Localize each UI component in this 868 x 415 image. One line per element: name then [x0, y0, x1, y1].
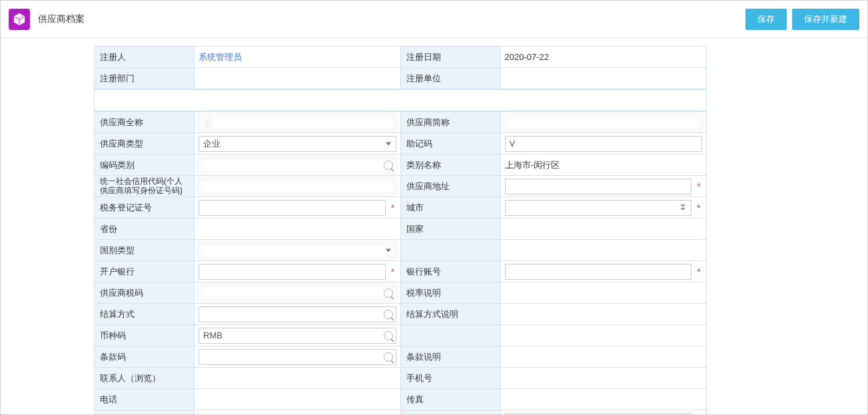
- table-row: 开户银行 * 银行账号 *: [95, 261, 707, 282]
- reg-unit-label: 注册单位: [400, 68, 500, 89]
- short-name-label: 供应商简称: [400, 112, 500, 133]
- form-area: 注册人 系统管理员 注册日期 2020-07-22 注册部门 注册单位 供应商全…: [94, 46, 707, 414]
- contact-label: 联系人（浏览）: [95, 368, 195, 389]
- table-row: 电话 传真: [95, 389, 707, 410]
- legal-rep-input[interactable]: [505, 413, 692, 415]
- address-input[interactable]: [505, 179, 692, 195]
- search-icon[interactable]: [384, 331, 393, 340]
- table-row: 注册部门 注册单位: [95, 68, 707, 89]
- table-row: 联系人（浏览） 手机号: [95, 368, 707, 389]
- reg-date-value: 2020-07-22: [505, 52, 550, 62]
- settle-method-label: 结算方式: [95, 304, 195, 325]
- reg-dept-label: 注册部门: [95, 68, 195, 89]
- mnemonic-label: 助记码: [400, 133, 500, 155]
- table-row: 供应商全称 供应商简称: [95, 112, 707, 133]
- fax-label: 传真: [400, 389, 500, 410]
- term-code-label: 条款码: [95, 346, 195, 368]
- reg-person-label: 注册人: [95, 47, 195, 68]
- page-header: 供应商档案 保存 保存并新建: [1, 1, 867, 38]
- country-type-label: 国别类型: [95, 240, 195, 261]
- city-input[interactable]: [505, 200, 692, 216]
- required-mark: *: [695, 203, 702, 213]
- country-type-select[interactable]: [199, 242, 396, 258]
- page-title: 供应商档案: [38, 13, 85, 25]
- spacer-table: [94, 89, 707, 111]
- mobile-label: 手机号: [400, 368, 500, 389]
- package-icon: [9, 9, 30, 30]
- category-name-value: 上海市-闵行区: [505, 160, 560, 170]
- address-label: 供应商地址: [400, 176, 500, 197]
- search-icon[interactable]: [384, 161, 393, 170]
- required-mark: *: [390, 266, 396, 277]
- chevron-down-icon[interactable]: [678, 203, 687, 212]
- term-code-input[interactable]: [199, 349, 396, 365]
- search-icon[interactable]: [384, 352, 393, 362]
- city-label: 城市: [400, 197, 500, 218]
- bank-account-label: 银行账号: [400, 261, 500, 282]
- table-row: 供应商类型 助记码: [95, 133, 707, 155]
- table-row: 注册人 系统管理员 注册日期 2020-07-22: [95, 47, 707, 68]
- tax-code-input[interactable]: [199, 285, 396, 301]
- full-name-input[interactable]: [199, 115, 396, 131]
- table-row: 编码类别 类别名称 上海市-闵行区: [95, 155, 707, 176]
- blank-label: [400, 240, 500, 261]
- content-area: 注册人 系统管理员 注册日期 2020-07-22 注册部门 注册单位 供应商全…: [1, 38, 867, 414]
- credit-code-input[interactable]: [199, 179, 396, 195]
- table-row: 国别类型: [95, 240, 707, 261]
- search-icon[interactable]: [384, 310, 393, 319]
- table-row: 结算方式 结算方式说明: [95, 304, 707, 325]
- legal-rep-label: 法定代表人: [400, 410, 500, 415]
- full-name-label: 供应商全称: [95, 112, 195, 133]
- required-mark: *: [695, 181, 702, 192]
- header-actions: 保存 保存并新建: [745, 9, 859, 30]
- currency-input[interactable]: [199, 328, 396, 344]
- search-icon[interactable]: [384, 288, 393, 298]
- phone-label: 电话: [95, 389, 195, 410]
- currency-right-label: [400, 325, 500, 346]
- country-label: 国家: [400, 218, 500, 240]
- term-desc-label: 条款说明: [400, 346, 500, 368]
- code-category-input[interactable]: [199, 157, 396, 173]
- currency-label: 币种码: [95, 325, 195, 346]
- province-label: 省份: [95, 218, 195, 240]
- credit-code-label: 统一社会信用代码(个人供应商填写身份证号码): [95, 176, 195, 197]
- table-row: 条款码 条款说明: [95, 346, 707, 368]
- table-row: 币种码: [95, 325, 707, 346]
- supplier-type-label: 供应商类型: [95, 133, 195, 155]
- tax-cert-label: 税务登记证号: [95, 197, 195, 218]
- required-mark: *: [695, 266, 702, 277]
- settle-method-input[interactable]: [199, 306, 396, 322]
- info-table: 注册人 系统管理员 注册日期 2020-07-22 注册部门 注册单位: [94, 46, 707, 89]
- supplier-type-select[interactable]: [199, 136, 396, 152]
- short-name-input[interactable]: [505, 115, 703, 131]
- tax-cert-input[interactable]: [199, 200, 386, 216]
- tax-code-label: 供应商税码: [95, 282, 195, 304]
- table-row: 统一社会信用代码(个人供应商填写身份证号码) 供应商地址 *: [95, 176, 707, 197]
- mnemonic-input[interactable]: [505, 136, 703, 152]
- bank-account-input[interactable]: [505, 264, 692, 280]
- bank-label: 开户银行: [95, 261, 195, 282]
- table-row: 税务登记证号 * 城市 *: [95, 197, 707, 218]
- bank-input[interactable]: [199, 264, 386, 280]
- header-left: 供应商档案: [9, 9, 85, 30]
- email-label: 电子邮件: [95, 410, 195, 415]
- save-button[interactable]: 保存: [745, 9, 787, 30]
- table-row: 供应商税码 税率说明: [95, 282, 707, 304]
- reg-date-label: 注册日期: [400, 47, 500, 68]
- required-mark: *: [390, 203, 396, 213]
- save-and-new-button[interactable]: 保存并新建: [792, 9, 859, 30]
- main-form-table: 供应商全称 供应商简称 供应商类型 助记码 编码类别 类别名称 上海市-闵行区 …: [94, 111, 707, 414]
- settle-desc-label: 结算方式说明: [400, 304, 500, 325]
- code-category-label: 编码类别: [95, 155, 195, 176]
- table-row: 省份 国家: [95, 218, 707, 240]
- category-name-label: 类别名称: [400, 155, 500, 176]
- tax-desc-label: 税率说明: [400, 282, 500, 304]
- table-row: 电子邮件 法定代表人 *: [95, 410, 707, 415]
- reg-person-value[interactable]: 系统管理员: [199, 52, 242, 62]
